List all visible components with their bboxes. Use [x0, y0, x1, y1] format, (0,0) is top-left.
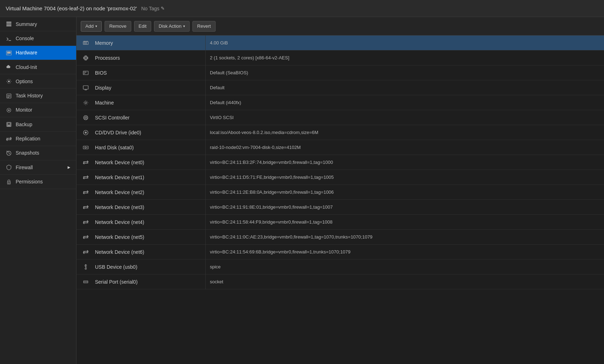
svg-point-24: [9, 183, 9, 183]
hw-row-net4[interactable]: Network Device (net4)virtio=BC:24:11:58:…: [76, 215, 604, 230]
toolbar: Add ▾ Remove Edit Disk Action ▾ Revert: [76, 17, 604, 36]
net-hardware-icon: [76, 174, 95, 180]
hw-row-value-display: Default: [205, 80, 604, 95]
hw-row-value-serial0: socket: [205, 274, 604, 289]
hw-row-cdrom[interactable]: CD/DVD Drive (ide0)local:iso/Aboot-veos-…: [76, 125, 604, 140]
hw-row-net5[interactable]: Network Device (net5)virtio=BC:24:11:0C:…: [76, 230, 604, 245]
sidebar-item-firewall[interactable]: Firewall▶: [0, 160, 76, 175]
hw-row-scsi-controller[interactable]: SCSI ControllerVirtIO SCSI: [76, 110, 604, 125]
add-label: Add: [85, 23, 94, 29]
svg-rect-25: [83, 42, 88, 44]
hw-row-value-cdrom: local:iso/Aboot-veos-8.0.2.iso,media=cdr…: [205, 125, 604, 140]
cdrom-hardware-icon: [76, 129, 95, 135]
hw-row-name-harddisk: Hard Disk (sata0): [95, 145, 205, 150]
hw-row-name-usb0: USB Device (usb0): [95, 264, 205, 270]
hw-row-net2[interactable]: Network Device (net2)virtio=BC:24:11:2E:…: [76, 185, 604, 200]
disk-action-button[interactable]: Disk Action ▾: [154, 21, 190, 32]
sidebar-item-summary[interactable]: Summary: [0, 17, 76, 31]
hw-row-machine[interactable]: MachineDefault (i440fx): [76, 95, 604, 110]
usb-hardware-icon: [76, 264, 95, 270]
svg-point-62: [85, 132, 86, 133]
hw-row-value-net1: virtio=BC:24:11:D5:71:FE,bridge=vmbr0,fi…: [205, 170, 604, 184]
disk-action-chevron-icon: ▾: [183, 24, 185, 28]
hw-row-name-processors: Processors: [95, 55, 205, 61]
hw-row-name-net6: Network Device (net6): [95, 249, 205, 255]
svg-rect-0: [6, 22, 11, 23]
sidebar-label-options: Options: [16, 79, 33, 84]
hw-row-name-net5: Network Device (net5): [95, 234, 205, 240]
sidebar-item-hardware[interactable]: Hardware: [0, 46, 76, 60]
edit-tags-icon[interactable]: ✎: [161, 6, 165, 11]
net-hardware-icon: [76, 219, 95, 225]
sidebar-item-options[interactable]: Options: [0, 74, 76, 89]
net-hardware-icon: [76, 249, 95, 255]
svg-point-58: [85, 117, 86, 118]
sidebar-label-console: Console: [16, 36, 34, 41]
hw-row-value-bios: Default (SeaBIOS): [205, 65, 604, 80]
svg-rect-50: [84, 73, 85, 74]
hw-row-processors[interactable]: Processors2 (1 sockets, 2 cores) [x86-64…: [76, 50, 604, 65]
scsi-hardware-icon: [76, 114, 95, 121]
sidebar-item-backup[interactable]: Backup: [0, 117, 76, 132]
edit-button[interactable]: Edit: [134, 21, 151, 32]
memory-hardware-icon: [76, 40, 95, 46]
hw-row-harddisk[interactable]: Hard Disk (sata0)raid-10-node02:vm-7004-…: [76, 140, 604, 155]
replication-icon: [6, 135, 12, 141]
svg-rect-18: [9, 125, 9, 126]
main-content: Add ▾ Remove Edit Disk Action ▾ Revert M…: [76, 17, 604, 364]
svg-point-56: [85, 102, 87, 104]
svg-point-8: [8, 81, 10, 82]
cloud-init-icon: [6, 64, 12, 70]
hw-row-name-net4: Network Device (net4): [95, 219, 205, 225]
revert-button[interactable]: Revert: [192, 21, 215, 32]
snapshots-icon: [6, 150, 12, 156]
svg-rect-35: [85, 57, 87, 59]
svg-rect-2: [6, 25, 11, 26]
hw-row-value-scsi-controller: VirtIO SCSI: [205, 110, 604, 125]
hw-row-serial0[interactable]: Serial Port (serial0)socket: [76, 274, 604, 289]
hw-row-net0[interactable]: Network Device (net0)virtio=BC:24:11:B3:…: [76, 155, 604, 170]
no-tags-label: No Tags: [141, 6, 159, 11]
svg-rect-17: [7, 125, 8, 126]
sidebar-label-replication: Replication: [16, 136, 40, 141]
svg-rect-52: [83, 86, 88, 89]
sidebar-item-console[interactable]: Console: [0, 31, 76, 46]
sidebar-label-summary: Summary: [16, 21, 37, 27]
bios-hardware-icon: [76, 70, 95, 76]
sidebar-item-cloud-init[interactable]: Cloud-Init: [0, 60, 76, 74]
options-icon: [6, 78, 12, 84]
sidebar-item-replication[interactable]: Replication: [0, 132, 76, 146]
hw-row-value-memory: 4.00 GiB: [205, 36, 604, 50]
sidebar-item-snapshots[interactable]: Snapshots: [0, 146, 76, 160]
add-button[interactable]: Add ▾: [81, 21, 102, 32]
hw-row-name-net3: Network Device (net3): [95, 204, 205, 210]
hw-row-value-usb0: spice: [205, 259, 604, 274]
hw-row-net6[interactable]: Network Device (net6)virtio=BC:24:11:54:…: [76, 245, 604, 259]
hw-row-value-net2: virtio=BC:24:11:2E:B8:0A,bridge=vmbr0,fi…: [205, 185, 604, 199]
hw-row-bios[interactable]: BIOSDefault (SeaBIOS): [76, 65, 604, 80]
hw-row-display[interactable]: DisplayDefault: [76, 80, 604, 95]
sidebar-item-monitor[interactable]: Monitor: [0, 103, 76, 117]
firewall-icon: [6, 164, 12, 170]
sidebar: SummaryConsoleHardwareCloud-InitOptionsT…: [0, 17, 76, 364]
console-icon: [6, 35, 12, 41]
hw-row-name-cdrom: CD/DVD Drive (ide0): [95, 130, 205, 135]
sidebar-item-permissions[interactable]: Permissions: [0, 175, 76, 189]
remove-button[interactable]: Remove: [105, 21, 131, 32]
net-hardware-icon: [76, 204, 95, 210]
hw-row-value-net6: virtio=BC:24:11:54:69:6B,bridge=vmbr0,fi…: [205, 245, 604, 259]
revert-label: Revert: [197, 23, 211, 29]
hw-row-name-machine: Machine: [95, 100, 205, 106]
hw-row-memory[interactable]: Memory4.00 GiB: [76, 36, 604, 50]
hw-row-net3[interactable]: Network Device (net3)virtio=BC:24:11:91:…: [76, 200, 604, 215]
sidebar-item-task-history[interactable]: Task History: [0, 89, 76, 103]
firewall-arrow-icon: ▶: [68, 165, 70, 169]
hw-row-net1[interactable]: Network Device (net1)virtio=BC:24:11:D5:…: [76, 170, 604, 185]
hw-row-name-display: Display: [95, 85, 205, 91]
monitor-icon: [6, 107, 12, 113]
backup-icon: [6, 121, 12, 127]
main-layout: SummaryConsoleHardwareCloud-InitOptionsT…: [0, 17, 604, 364]
svg-point-65: [85, 147, 86, 148]
hw-row-usb0[interactable]: USB Device (usb0)spice: [76, 259, 604, 274]
sidebar-label-task-history: Task History: [16, 93, 43, 98]
